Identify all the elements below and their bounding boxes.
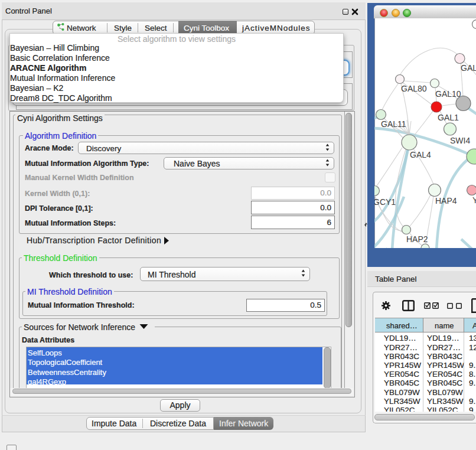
svg-text:GAL1: GAL1 xyxy=(438,113,459,122)
svg-text:GAL2: GAL2 xyxy=(461,63,476,73)
svg-text:GAL4: GAL4 xyxy=(410,150,431,159)
svg-text:GAL11: GAL11 xyxy=(381,119,406,129)
svg-text:GAL80: GAL80 xyxy=(401,84,427,93)
svg-text:GAL10: GAL10 xyxy=(435,89,461,99)
svg-text:HAP2: HAP2 xyxy=(406,234,428,244)
svg-text:SWI4: SWI4 xyxy=(450,136,470,145)
svg-text:Y: Y xyxy=(472,195,476,205)
svg-text:GCY1: GCY1 xyxy=(374,197,396,207)
svg-text:HAP4: HAP4 xyxy=(435,196,457,206)
